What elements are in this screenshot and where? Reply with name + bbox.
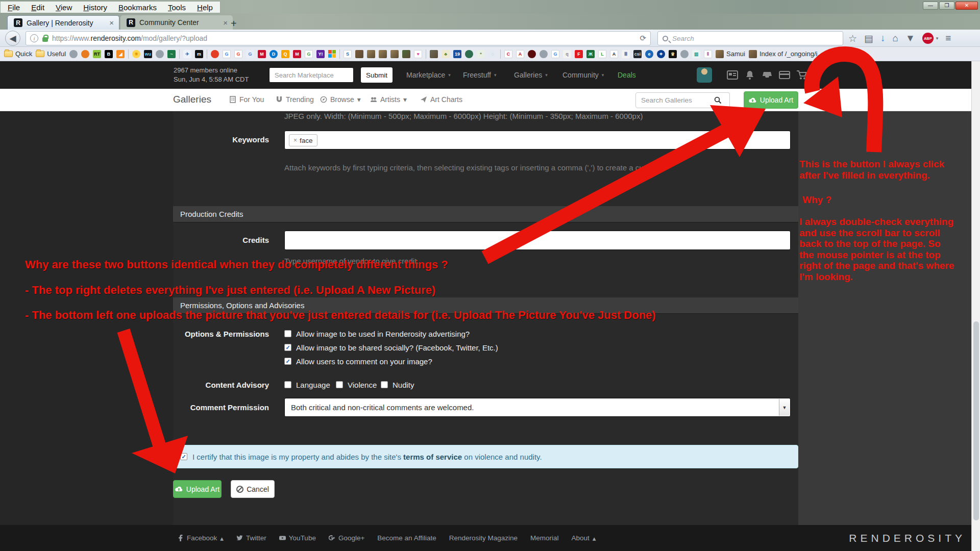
samui-bookmark[interactable]: Samui [716, 50, 745, 58]
tab-close-icon[interactable]: × [223, 18, 228, 27]
portrait-favicon[interactable] [355, 50, 363, 58]
footer-googleplus[interactable]: Google+ [329, 534, 364, 542]
user-avatar[interactable] [697, 67, 712, 83]
clipboard-icon[interactable]: ▤ [864, 33, 873, 44]
credits-input[interactable] [284, 231, 791, 250]
advertising-checkbox[interactable] [284, 330, 291, 337]
footer-memorial[interactable]: Memorial [530, 534, 559, 542]
aljazeera-favicon[interactable]: ◢ [116, 50, 125, 58]
feather-favicon[interactable]: q [563, 50, 571, 58]
nav-trending[interactable]: Trending [276, 95, 314, 104]
swirl-favicon[interactable] [81, 50, 89, 58]
allow-comments-checkbox[interactable] [284, 358, 291, 365]
medium-favicon[interactable]: m [195, 50, 203, 58]
nudity-checkbox[interactable] [381, 381, 388, 388]
menu-view[interactable]: View [56, 3, 72, 12]
rt-favicon[interactable]: RT [93, 50, 101, 58]
red-circle-favicon[interactable] [211, 50, 219, 58]
google-favicon[interactable]: G [234, 50, 242, 58]
zigzag-favicon[interactable]: ~ [167, 50, 176, 58]
1911-favicon[interactable]: 19 [453, 50, 461, 58]
columns-favicon[interactable]: ‖ [704, 50, 712, 58]
index-bookmark[interactable]: Index of /_ongoing/i... [749, 50, 823, 58]
marketplace-search-input[interactable] [269, 67, 354, 83]
google-favicon[interactable]: G [246, 50, 254, 58]
useful-folder[interactable]: Useful [36, 50, 66, 58]
dell-favicon[interactable]: D [270, 50, 278, 58]
inbox-icon[interactable] [762, 70, 773, 80]
wunderground-favicon[interactable]: wu [144, 50, 152, 58]
x-favicon[interactable]: Ж [586, 50, 595, 58]
cart-icon[interactable] [796, 70, 807, 80]
clover-favicon[interactable]: ♣ [442, 50, 450, 58]
nav-deals[interactable]: Deals [618, 61, 636, 89]
squirrel-favicon[interactable] [430, 50, 438, 58]
quick-folder[interactable]: Quick [4, 50, 32, 58]
globe-favicon[interactable] [540, 50, 548, 58]
weather-favicon[interactable]: ☀ [132, 50, 140, 58]
back-button[interactable]: ◀ [5, 31, 20, 46]
nav-for-you[interactable]: For You [229, 95, 264, 104]
csi-favicon[interactable]: csi [633, 50, 642, 58]
reload-icon[interactable]: ⟳ [640, 34, 646, 43]
google-favicon[interactable]: G [551, 50, 559, 58]
globe-favicon[interactable] [680, 50, 689, 58]
menu-bookmarks[interactable]: Bookmarks [118, 3, 157, 12]
tab-close-icon[interactable]: × [109, 18, 114, 27]
a-script-favicon[interactable]: A [516, 50, 524, 58]
home-icon[interactable]: ⌂ [893, 33, 898, 44]
windows-favicon[interactable] [328, 50, 336, 58]
share-socially-checkbox[interactable] [284, 344, 291, 351]
upload-art-button-top[interactable]: Upload Art [744, 91, 798, 109]
violence-checkbox[interactable] [336, 381, 343, 388]
chart-favicon[interactable]: ▥ [692, 50, 700, 58]
bell-icon[interactable] [744, 70, 755, 80]
page-info-icon[interactable]: i [30, 34, 38, 42]
page-scrollbar[interactable] [971, 61, 980, 551]
keyword-tag-face[interactable]: × face [289, 134, 317, 146]
bookmark-star-icon[interactable]: ☆ [848, 33, 857, 44]
s-favicon[interactable]: S [344, 50, 352, 58]
abp-caret-icon[interactable]: ▾ [936, 36, 939, 41]
footer-magazine[interactable]: Renderosity Magazine [449, 534, 518, 542]
minimize-button[interactable]: — [923, 2, 938, 10]
green-circle-favicon[interactable] [465, 50, 473, 58]
globe-favicon[interactable] [156, 50, 164, 58]
keywords-input[interactable]: × face [284, 131, 791, 149]
scrollbar-thumb[interactable] [973, 321, 979, 520]
f-favicon[interactable]: F [575, 50, 583, 58]
nav-community[interactable]: Community▾ [562, 61, 604, 89]
nasa-favicon[interactable]: ✦ [657, 50, 665, 58]
yahoo-favicon[interactable]: Y! [316, 50, 325, 58]
nav-marketplace[interactable]: Marketplace▾ [406, 61, 451, 89]
menu-help[interactable]: Help [197, 3, 213, 12]
tab-gallery-renderosity[interactable]: R Gallery | Renderosity × [7, 15, 119, 30]
c-script-favicon[interactable]: C [504, 50, 512, 58]
camo-favicon[interactable] [402, 50, 410, 58]
footer-affiliate[interactable]: Become an Affiliate [377, 534, 436, 542]
bbc-favicon[interactable]: B [105, 50, 113, 58]
menu-history[interactable]: History [83, 3, 107, 12]
footer-about[interactable]: About ▴ [572, 534, 596, 542]
dotted-favicon[interactable]: ◌ [488, 50, 497, 58]
plane-favicon[interactable]: ✈ [183, 50, 191, 58]
select-dropdown-icon[interactable]: ▼ [779, 399, 790, 416]
mcafee-favicon[interactable]: M [293, 50, 301, 58]
url-bar[interactable]: i https://www.renderosity.com/mod/galler… [26, 31, 651, 45]
footer-twitter[interactable]: Twitter [236, 534, 266, 542]
member-card-icon[interactable] [727, 70, 738, 80]
menu-tools[interactable]: Tools [168, 3, 186, 12]
portrait-favicon[interactable] [367, 50, 375, 58]
e-favicon[interactable]: e [645, 50, 653, 58]
google-favicon[interactable]: G [305, 50, 313, 58]
nav-browse[interactable]: Browse ▾ [320, 95, 361, 104]
q-favicon[interactable]: Q [281, 50, 289, 58]
balloons-favicon[interactable]: ♥ [414, 50, 422, 58]
nav-art-charts[interactable]: Art Charts [420, 95, 462, 104]
menu-file[interactable]: File [8, 3, 20, 12]
url-text[interactable]: https://www.renderosity.com/mod/gallery/… [52, 34, 635, 42]
globe-favicon[interactable] [69, 50, 78, 58]
galleries-search-input[interactable] [635, 92, 707, 108]
menu-edit[interactable]: Edit [31, 3, 44, 12]
portrait-favicon[interactable] [379, 50, 387, 58]
